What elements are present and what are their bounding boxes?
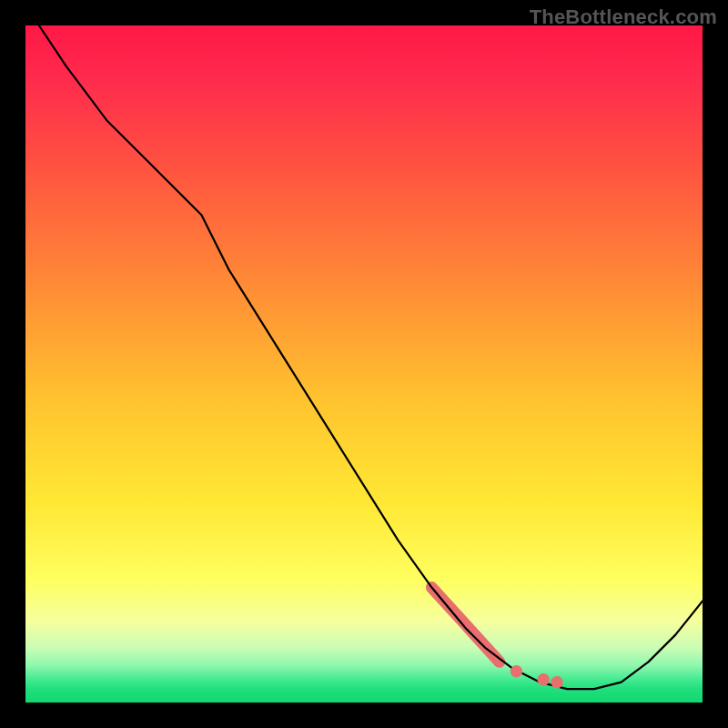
chart-frame: TheBottleneck.com — [0, 0, 728, 728]
watermark-text: TheBottleneck.com — [530, 5, 717, 29]
plot-area — [25, 25, 703, 703]
highlight-dots — [511, 665, 563, 688]
curve-svg — [25, 25, 703, 703]
highlight-dot — [511, 665, 522, 677]
highlight-dot — [537, 673, 549, 685]
highlight-dot — [551, 676, 562, 688]
bottleneck-curve — [39, 25, 703, 689]
